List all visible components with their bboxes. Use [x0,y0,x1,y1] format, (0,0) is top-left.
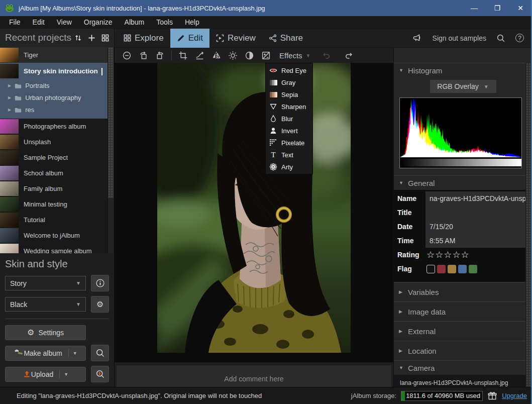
flip-horizontal-button[interactable] [209,49,223,62]
tab-share[interactable]: Share [262,29,309,48]
subfolder-urban-photography[interactable]: ▶Urban photography [0,92,108,104]
rating-stars[interactable]: ☆☆☆☆☆ [425,248,527,262]
expand-arrow-icon[interactable]: ▶ [8,95,11,100]
project-story-skin-introduction-selected[interactable]: Story skin introduction▶Portraits▶Urban … [0,63,108,119]
announcements-icon[interactable] [412,33,422,43]
make-album-button[interactable]: Make album ▼ [5,346,86,361]
skin-info-button[interactable] [91,275,109,291]
skin-select[interactable]: Story ▼ [5,276,86,290]
section-camera[interactable]: ▼Camera [394,360,532,375]
search-icon[interactable] [496,34,505,43]
open-album-online-button[interactable] [91,366,109,382]
effect-sharpen[interactable]: Sharpen [266,100,312,113]
expand-arrow-icon: ▶ [399,329,404,334]
field-value[interactable]: 8:55 AM [425,234,527,248]
project-tutorial[interactable]: Tutorial [0,212,108,228]
effect-red-eye[interactable]: Red Eye [266,64,312,76]
grid-view-icon[interactable] [101,34,109,42]
menu-edit[interactable]: Edit [27,16,51,29]
project-family-album[interactable]: Family album [0,181,108,196]
help-icon[interactable]: ? [515,34,524,42]
project-list-scrollbar[interactable] [108,47,114,253]
field-value[interactable]: 7/15/20 [425,220,527,234]
upgrade-link[interactable]: Upgrade [502,392,527,399]
tab-review[interactable]: Review [209,29,262,48]
exposure-button[interactable] [259,49,273,62]
zoom-out-button[interactable] [120,49,134,62]
subfolder-portraits[interactable]: ▶Portraits [0,80,108,92]
effect-invert[interactable]: Invert [266,125,312,137]
project-sample-project[interactable]: Sample Project [0,150,108,165]
maximize-button[interactable]: ❐ [486,0,509,16]
settings-button[interactable]: ⚙ Settings [5,325,86,340]
gift-icon[interactable] [487,391,497,401]
effect-gray[interactable]: Gray [266,76,312,88]
flag-swatch-1[interactable] [437,265,446,273]
effect-blur[interactable]: Blur [266,113,312,125]
flag-swatch-4[interactable] [469,265,477,273]
effects-menu-button[interactable]: Effects ▼ [279,51,311,60]
style-settings-button[interactable]: ⚙ [91,296,109,313]
redo-button[interactable] [342,49,356,62]
menu-help[interactable]: Help [179,16,205,29]
chevron-down-icon[interactable]: ▼ [64,372,68,377]
expand-arrow-icon[interactable]: ▶ [8,83,11,88]
menu-tools[interactable]: Tools [150,16,179,29]
field-date: Date7/15/20 [394,220,532,234]
section-image-data[interactable]: ▶Image data [394,301,532,321]
preview-album-button[interactable] [91,345,109,361]
field-value[interactable] [425,206,527,220]
effect-pixelate[interactable]: Pixelate [266,137,312,149]
project-minimal-testing[interactable]: Minimal testing [0,196,108,212]
tab-edit[interactable]: Edit [170,29,209,48]
flag-swatches [425,262,527,276]
project-school-album[interactable]: School album [0,165,108,181]
style-select[interactable]: Black ▼ [5,297,86,312]
tab-explore[interactable]: Explore [117,29,170,48]
rotate-left-button[interactable] [137,49,150,62]
menu-file[interactable]: File [3,16,27,29]
brightness-button[interactable] [226,49,240,62]
flag-swatch-0[interactable] [427,265,435,273]
effect-arty[interactable]: Arty [266,161,312,173]
sign-out-link[interactable]: Sign out samples [433,34,486,42]
effect-text[interactable]: TText [266,149,312,161]
crop-button[interactable] [176,49,190,62]
sort-projects-icon[interactable] [74,34,82,42]
project-wedding-sample-album[interactable]: Wedding sample album [0,243,108,253]
histogram-mode-select[interactable]: RGB Overlay ▼ [430,80,496,93]
menu-organize[interactable]: Organize [78,16,119,29]
project-thumbnail [0,244,19,253]
project-tiger[interactable]: Tiger [0,47,108,63]
upload-button[interactable]: Upload ▼ [5,367,86,382]
project-unsplash[interactable]: Unsplash [0,134,108,150]
add-project-icon[interactable] [88,34,95,42]
histogram-section-header[interactable]: ▼ Histogram [394,63,532,77]
flag-swatch-2[interactable] [448,265,456,273]
section-location[interactable]: ▶Location [394,341,532,360]
project-photographers-album[interactable]: Photographers album [0,119,108,134]
section-external[interactable]: ▶External [394,321,532,341]
section-variables[interactable]: ▶Variables [394,282,532,301]
general-section-header[interactable]: ▼ General [394,175,532,190]
flag-swatch-3[interactable] [458,265,467,273]
undo-button[interactable] [320,49,334,62]
field-label: Rating [397,251,425,259]
subfolder-res[interactable]: ▶res [0,104,108,116]
rotate-right-button[interactable] [153,49,167,62]
close-button[interactable]: ✕ [509,0,532,16]
contrast-button[interactable] [243,49,256,62]
menu-view[interactable]: View [51,16,78,29]
image-canvas[interactable]: Red EyeGraySepiaSharpenBlurInvertPixelat… [115,63,393,362]
menu-album[interactable]: Album [119,16,151,29]
project-story-skin-introduction[interactable]: Story skin introduction [0,63,108,80]
project-welcome-to-jalbum[interactable]: Welcome to jAlbum [0,228,108,243]
collapse-arrow-icon: ▼ [399,68,404,73]
expand-arrow-icon[interactable]: ▶ [8,108,11,112]
minimize-button[interactable]: — [463,0,486,16]
field-value[interactable]: na-graves-H1d3PCDvktA-unsplasl [425,191,527,206]
straighten-button[interactable] [193,49,206,62]
scrollbar-thumb[interactable] [108,47,114,198]
chevron-down-icon[interactable]: ▼ [73,351,77,356]
effect-sepia[interactable]: Sepia [266,88,312,100]
